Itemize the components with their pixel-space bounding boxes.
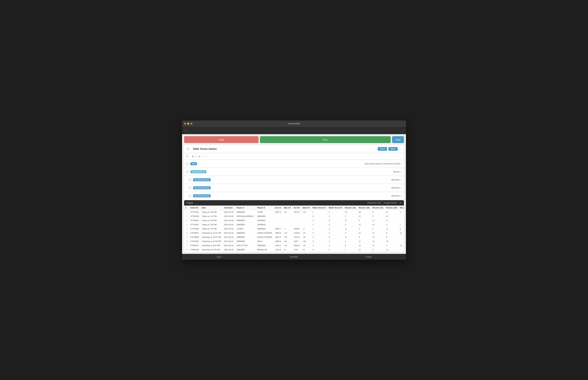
get2-checkbox[interactable] (189, 187, 191, 189)
stop-button[interactable]: Stop (184, 136, 258, 143)
table-cell: 7 (398, 222, 404, 227)
table-cell: 2080.8 (274, 231, 282, 235)
get3-value: $header3 ▾ (391, 195, 402, 197)
table-cell: 11 (398, 243, 404, 247)
tab-logs[interactable]: Logs• (182, 254, 257, 260)
step-button[interactable]: Step (392, 136, 404, 143)
loop-chevron[interactable]: ▾ (401, 171, 402, 173)
table-cell: 2037 (292, 239, 301, 243)
table-cell: 8 (385, 235, 398, 239)
output-section: Output Download CSV Google Sheets ✕ # Ga… (184, 200, 404, 252)
col-player-b: Player B (256, 206, 274, 210)
get3-chevron[interactable]: ▾ (401, 195, 402, 197)
step-select-all[interactable] (186, 155, 188, 158)
table-cell: -18 (282, 239, 292, 243)
get1-checkbox[interactable] (189, 179, 191, 181)
table-cell: 11 (385, 247, 398, 252)
table-cell: 0 (311, 247, 327, 252)
action-bar: Stop Run Step (184, 136, 404, 143)
table-row: 2#7702288Today at 1:41 PM2021-05-01DRUNK… (184, 214, 404, 218)
bottom-tabs: Logs• Variables Output (182, 254, 406, 260)
table-cell: 11 (357, 231, 371, 235)
run-button[interactable]: Run (260, 136, 391, 143)
table-cell: DBIEBER (235, 239, 256, 243)
main-content: Stop Run Step Table Tennis Games Cloud S… (182, 134, 406, 254)
table-cell: DBIEBER (256, 214, 274, 218)
copy-icon[interactable]: ⎘ (195, 155, 197, 158)
table-cell: 6 (398, 227, 404, 231)
more-button[interactable]: ··· (399, 147, 401, 150)
table-cell: DBIEBER (235, 210, 256, 214)
header-actions: Cloud Share ··· (378, 147, 401, 151)
table-cell: 0 (327, 218, 344, 222)
table-cell: 11 (371, 243, 385, 247)
minimize-button[interactable] (187, 123, 189, 125)
table-cell: 2 (311, 231, 327, 235)
col-date: Date (200, 206, 222, 210)
undo-icon[interactable]: ↩ (202, 155, 204, 158)
table-cell (301, 214, 311, 218)
row-number: 3 (184, 218, 189, 222)
close-button[interactable] (184, 123, 186, 125)
table-cell: +14 (282, 243, 292, 247)
table-cell: +7 (301, 227, 311, 231)
table-cell: 1 (311, 222, 327, 227)
col-match-score-a: Match Score A (311, 206, 327, 210)
workflow-header: Table Tennis Games Cloud Share ··· (187, 147, 401, 151)
tab-variables[interactable]: Variables (257, 254, 331, 260)
table-cell: 11 (371, 222, 385, 227)
table-cell: FERBIEQ (256, 218, 274, 222)
close-output-button[interactable]: ✕ (400, 202, 402, 204)
table-cell: -10 (301, 231, 311, 235)
table-cell: 4 (385, 222, 398, 227)
visit-chevron[interactable]: ▾ (401, 163, 402, 165)
table-cell (282, 218, 292, 222)
table-cell: 11 (371, 239, 385, 243)
table-cell: 11 (371, 235, 385, 239)
table-cell: GEROLSTEINER (256, 231, 274, 235)
maximize-button[interactable] (190, 123, 192, 125)
col-delta-elo-a: ΔELO A (282, 206, 292, 210)
col-collected: Collected (222, 206, 235, 210)
delete-icon[interactable]: 🗑 (198, 155, 201, 158)
table-cell: 11 (343, 235, 357, 239)
table-cell: 7 (343, 247, 357, 252)
get3-variable: $header3 (391, 195, 400, 197)
get2-chevron[interactable]: ▾ (401, 187, 402, 189)
table-cell: 4 (357, 227, 371, 231)
table-cell: #7701566 (189, 227, 200, 231)
share-button[interactable]: Share (388, 147, 398, 151)
redo-icon[interactable]: ↪ (205, 155, 207, 158)
loop-checkbox[interactable] (186, 171, 188, 173)
toggle-icon[interactable]: ⏺ (192, 155, 194, 158)
cloud-button[interactable]: Cloud (378, 147, 387, 151)
col-delta-elo-b: ΔELO B (301, 206, 311, 210)
table-cell: DBIEBER (235, 231, 256, 235)
table-cell: #7669209 (189, 247, 200, 252)
table-cell: DBIEBER (256, 227, 274, 231)
table-cell (398, 239, 404, 243)
workflow-checkbox[interactable] (187, 148, 189, 150)
visit-checkbox[interactable] (186, 163, 188, 165)
visit-value: https://www.elevenvr.net/eleven/413682 ▾ (365, 163, 402, 165)
table-cell: 11 (398, 231, 404, 235)
get2-tag: Get Element Text (193, 186, 211, 189)
table-cell: 13 (385, 239, 398, 243)
table-cell: 0 (327, 235, 344, 239)
table-cell: 9 (385, 218, 398, 222)
table-cell: 1 (327, 231, 344, 235)
table-cell: -7 (282, 227, 292, 231)
table-cell: 2021-05-01 (222, 227, 235, 231)
tab-output[interactable]: Output (331, 254, 406, 260)
google-sheets-link[interactable]: Google Sheets (384, 202, 397, 204)
download-csv-link[interactable]: Download CSV (367, 202, 381, 204)
back-button[interactable]: ← (185, 129, 188, 132)
get3-checkbox[interactable] (189, 195, 191, 197)
table-cell: 2 (327, 222, 344, 227)
table-row: 7#7678695Yesterday at 10:57 PM2021-05-01… (184, 235, 404, 239)
get1-chevron[interactable]: ▾ (401, 179, 402, 181)
table-cell: Yesterday at 10:49 PM (200, 239, 222, 243)
traffic-lights (184, 123, 192, 125)
table-cell: 2021-05-01 (222, 210, 235, 214)
table-cell (274, 214, 282, 218)
